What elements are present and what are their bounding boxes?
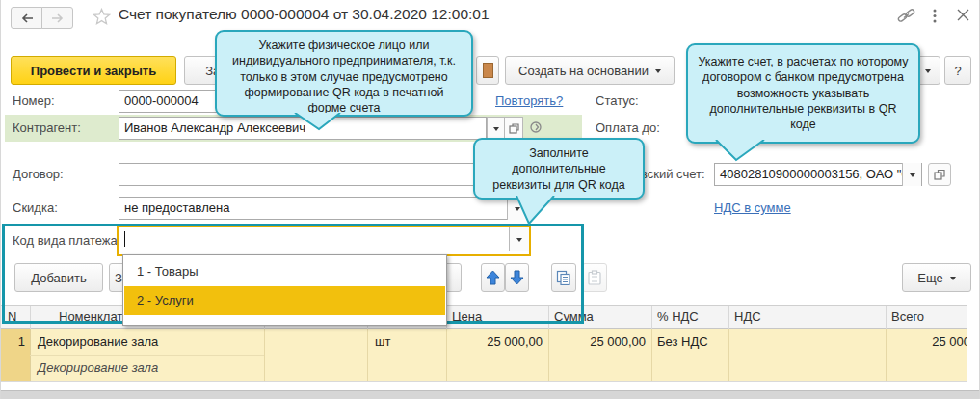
bank-account-input[interactable]: 40802810900000003156, ОАО "СЕ bbox=[714, 163, 922, 186]
more-menu-icon[interactable] bbox=[932, 8, 938, 28]
col-header-amount[interactable]: Сумма bbox=[554, 306, 594, 329]
pay-until-label: Оплата до: bbox=[596, 117, 660, 140]
more-commands-button[interactable]: Еще bbox=[902, 263, 971, 292]
chevron-down-icon bbox=[925, 69, 931, 76]
counterparty-open-button[interactable] bbox=[505, 117, 523, 140]
more-commands-label: Еще bbox=[917, 271, 942, 285]
row-vat-rate[interactable]: Без НДС bbox=[657, 329, 708, 355]
paste-rows-button[interactable] bbox=[582, 263, 607, 292]
arrow-down-icon bbox=[510, 270, 524, 285]
move-up-button[interactable] bbox=[481, 263, 505, 292]
vat-in-sum-link[interactable]: НДС в сумме bbox=[714, 197, 791, 220]
payment-code-tooltip-tail bbox=[512, 196, 560, 228]
payment-code-dropdown-button[interactable] bbox=[509, 227, 529, 251]
row-unit[interactable]: шт bbox=[375, 329, 390, 355]
get-link-icon[interactable] bbox=[897, 8, 915, 28]
help-label: ? bbox=[954, 64, 961, 78]
status-label: Статус: bbox=[596, 90, 639, 113]
row-content[interactable]: Декорирование зала bbox=[38, 355, 158, 381]
copy-icon bbox=[556, 270, 571, 285]
dropdown-item-services[interactable]: 2 - Услуги bbox=[124, 286, 445, 315]
bank-account-open-button[interactable] bbox=[928, 163, 951, 186]
add-row-label: Добавить bbox=[31, 271, 86, 285]
row-number: 1 bbox=[1, 329, 25, 355]
toolbar-icon-button[interactable] bbox=[476, 56, 499, 85]
col-header-vat[interactable]: НДС bbox=[734, 306, 761, 329]
text-caret bbox=[124, 231, 125, 247]
open-form-icon bbox=[509, 123, 519, 134]
nav-forward-button[interactable] bbox=[41, 7, 73, 29]
create-based-on-button[interactable]: Создать на основании bbox=[505, 56, 675, 85]
page-title: Счет покупателю 0000-000004 от 30.04.202… bbox=[119, 6, 490, 23]
chevron-down-icon bbox=[493, 127, 499, 134]
row-total[interactable]: 25 000,00 bbox=[886, 329, 967, 355]
number-label: Номер: bbox=[13, 90, 55, 113]
col-header-n[interactable]: N bbox=[8, 306, 16, 329]
col-header-vat-rate[interactable]: % НДС bbox=[657, 306, 699, 329]
back-arrow-icon bbox=[20, 13, 34, 23]
add-row-button[interactable]: Добавить bbox=[14, 263, 103, 292]
window-footer bbox=[1, 390, 980, 399]
chevron-down-icon bbox=[910, 173, 915, 180]
arrow-up-icon bbox=[486, 270, 500, 285]
payment-code-label: Код вида платежа: bbox=[13, 229, 120, 253]
invoice-window: Счет покупателю 0000-000004 от 30.04.202… bbox=[0, 0, 980, 399]
row-nomenclature[interactable]: Декорирование зала bbox=[38, 329, 158, 355]
contract-label: Договор: bbox=[13, 163, 64, 186]
chevron-down-icon bbox=[950, 277, 956, 283]
close-icon[interactable] bbox=[956, 8, 970, 26]
favorite-star-icon[interactable] bbox=[93, 8, 111, 30]
post-and-close-button[interactable]: Провести и закрыть bbox=[11, 56, 176, 85]
bank-account-dropdown-button[interactable] bbox=[902, 163, 921, 186]
discount-input[interactable]: не предоставлена bbox=[119, 197, 527, 220]
counterparty-tooltip: Укажите физическое лицо или индивидуальн… bbox=[215, 30, 473, 117]
counterparty-label: Контрагент: bbox=[13, 117, 81, 140]
payment-code-input[interactable] bbox=[117, 226, 531, 256]
repeat-link[interactable]: Повторять? bbox=[495, 90, 563, 113]
create-based-on-label: Создать на основании bbox=[518, 64, 649, 78]
help-button[interactable]: ? bbox=[944, 56, 971, 85]
chevron-down-icon bbox=[655, 69, 661, 76]
payment-code-dropdown-list: 1 - Товары 2 - Услуги bbox=[122, 254, 447, 326]
chevron-down-icon bbox=[516, 238, 522, 245]
counterparty-tooltip-tail bbox=[290, 113, 348, 134]
post-and-close-label: Провести и закрыть bbox=[31, 64, 156, 78]
move-down-button[interactable] bbox=[505, 263, 529, 292]
copy-rows-button[interactable] bbox=[551, 263, 576, 292]
col-header-price[interactable]: Цена bbox=[452, 306, 482, 329]
row-price[interactable]: 25 000,00 bbox=[446, 329, 543, 355]
payment-code-tooltip: Заполните дополнительные реквизиты для Q… bbox=[473, 138, 645, 200]
counterparty-choose-button[interactable] bbox=[487, 117, 505, 140]
paste-icon bbox=[587, 270, 602, 285]
document-icon bbox=[483, 63, 493, 78]
nav-back-button[interactable] bbox=[11, 7, 42, 29]
bank-account-tooltip-tail bbox=[711, 140, 773, 165]
forward-arrow-icon bbox=[51, 13, 65, 23]
contract-input[interactable] bbox=[119, 163, 527, 186]
open-form-icon bbox=[934, 169, 945, 180]
col-header-total[interactable]: Всего bbox=[891, 306, 924, 329]
row-amount[interactable]: 25 000,00 bbox=[548, 329, 646, 355]
table-scrollbar[interactable] bbox=[967, 306, 967, 392]
discount-label: Скидка: bbox=[13, 197, 58, 220]
bank-account-tooltip: Укажите счет, в расчетах по которому дог… bbox=[686, 43, 920, 144]
counterparty-refresh-icon[interactable] bbox=[529, 120, 543, 138]
dropdown-item-goods[interactable]: 1 - Товары bbox=[124, 257, 445, 286]
